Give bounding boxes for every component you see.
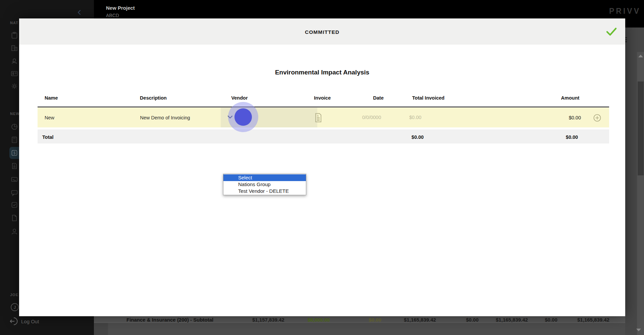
- invoice-file-icon[interactable]: $: [10, 162, 18, 170]
- brand-logo: PRIVV: [590, 7, 641, 16]
- svg-text:$: $: [13, 151, 15, 155]
- sidebar-section-label: NAT: [10, 21, 19, 25]
- sidebar-section-label: JOE: [10, 293, 19, 297]
- chevron-down-icon: [227, 115, 233, 119]
- vendor-option-2[interactable]: Test Vendor - DELETE: [223, 188, 306, 194]
- col-header-total-invoiced: Total Invoiced: [395, 95, 462, 101]
- svg-text:J: J: [14, 305, 16, 310]
- scrollbar-down-icon[interactable]: [636, 329, 641, 331]
- modal-status-label: COMMITTED: [19, 29, 625, 35]
- modal-title: Environmental Impact Analysis: [19, 69, 625, 76]
- col-header-name: Name: [45, 95, 58, 101]
- vendor-option-0[interactable]: Select: [223, 174, 306, 181]
- vendor-select[interactable]: Select: [221, 108, 317, 127]
- plus-circle-icon[interactable]: [593, 114, 601, 122]
- dollar-square-icon[interactable]: $: [10, 149, 18, 157]
- row-description-cell: New Demo of Invoicing: [131, 115, 199, 121]
- scrollbar-up-icon[interactable]: [638, 55, 643, 57]
- subtotal-value-7: $1,165,839.42: [565, 317, 622, 323]
- chat-icon[interactable]: [10, 189, 18, 197]
- invoice-file-icon[interactable]: $: [314, 112, 323, 123]
- top-bar: [94, 0, 625, 18]
- table-total-row: [38, 129, 609, 144]
- committed-modal: COMMITTED Environmental Impact Analysis …: [19, 18, 625, 316]
- subtotal-value-1: $8,000.00: [290, 317, 347, 323]
- pie-chart-icon[interactable]: [10, 123, 18, 131]
- card-icon[interactable]: [10, 175, 18, 183]
- logout-button[interactable]: Log Out: [9, 317, 70, 326]
- date-input[interactable]: [338, 113, 405, 121]
- gear-icon[interactable]: [10, 82, 18, 90]
- user-avatar[interactable]: J: [10, 303, 19, 312]
- total-invoiced-sum: $0.00: [384, 134, 451, 140]
- worker-icon[interactable]: [10, 57, 18, 65]
- vendor-option-1[interactable]: Nations Group: [223, 181, 306, 188]
- page-subtitle: ABCD: [106, 13, 119, 18]
- calculator-icon[interactable]: [10, 136, 18, 144]
- application-window: New Project ABCD NAT NEW JOE $ $ J Log O…: [0, 0, 644, 335]
- subtotal-value-3: $1,165,839.42: [391, 317, 448, 323]
- document-icon[interactable]: [10, 214, 18, 222]
- svg-text:$: $: [14, 164, 15, 166]
- logout-icon: [9, 317, 18, 326]
- id-card-icon[interactable]: [10, 69, 18, 77]
- buildings-icon[interactable]: [10, 44, 18, 52]
- subtotal-row-label: Finance & Insurance (200) - Subtotal: [126, 317, 213, 323]
- col-header-description: Description: [120, 95, 187, 101]
- collapse-sidebar-icon[interactable]: [76, 9, 83, 16]
- clipboard-icon[interactable]: [10, 31, 18, 39]
- vendor-dropdown-list: SelectNations GroupTest Vendor - DELETE: [223, 174, 306, 195]
- total-invoiced-input[interactable]: [409, 113, 449, 121]
- checkbox-icon[interactable]: [10, 201, 18, 209]
- confirm-check-button[interactable]: [605, 26, 618, 37]
- page-title: New Project: [106, 5, 135, 11]
- subtotal-value-0: $1,157,839.42: [240, 317, 297, 323]
- total-amount-sum: $0.00: [538, 134, 605, 140]
- sidebar-section-label: NEW: [10, 112, 19, 116]
- vendor-selected-value: Select: [236, 115, 250, 120]
- logout-label: Log Out: [21, 319, 39, 324]
- row-name-cell: New: [45, 115, 54, 121]
- col-header-vendor: Vendor: [206, 95, 273, 101]
- total-label: Total: [42, 134, 54, 140]
- hamburger-icon[interactable]: [625, 37, 627, 38]
- table-header-rule: [38, 107, 609, 107]
- hamburger-icon[interactable]: [625, 41, 627, 42]
- person-icon[interactable]: [10, 227, 18, 235]
- svg-text:$: $: [317, 114, 319, 117]
- check-icon: [605, 26, 618, 37]
- col-header-amount: Amount: [537, 95, 604, 101]
- row-amount-cell: $0.00: [514, 115, 581, 121]
- page-scrollbar-thumb[interactable]: [638, 81, 644, 175]
- hamburger-icon[interactable]: [625, 39, 627, 40]
